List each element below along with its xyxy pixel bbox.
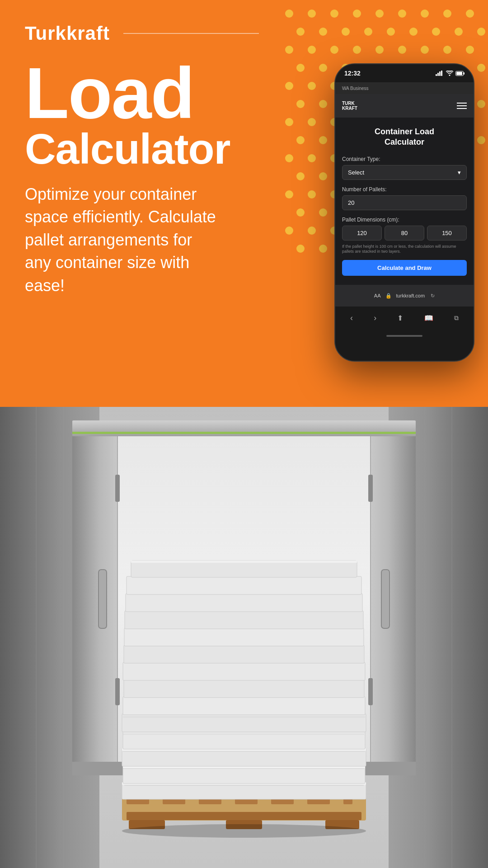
svg-rect-167 <box>127 576 361 594</box>
lock-icon: 🔒 <box>385 293 392 299</box>
top-section: // Generate dots Turkkraft Load Calculat… <box>0 0 488 407</box>
phone-home-indicator <box>335 329 474 343</box>
refresh-icon[interactable]: ↻ <box>431 293 435 299</box>
pallets-input[interactable]: 20 <box>342 195 467 210</box>
status-time: 12:32 <box>344 70 361 77</box>
svg-point-81 <box>319 172 327 180</box>
svg-rect-137 <box>99 570 107 628</box>
url-display[interactable]: turkkraft.com <box>396 293 425 298</box>
form-title-text: Container Load Calculator <box>375 127 434 146</box>
container-type-label: Container Type: <box>342 156 467 162</box>
svg-point-53 <box>477 100 485 108</box>
svg-point-35 <box>477 64 485 72</box>
share-icon[interactable]: ⬆ <box>397 314 403 322</box>
svg-rect-109 <box>436 74 437 76</box>
svg-point-8 <box>466 9 474 18</box>
svg-point-36 <box>285 82 293 90</box>
tabs-icon[interactable]: ⧉ <box>454 314 459 322</box>
pallets-label: Number of Pallets: <box>342 186 467 193</box>
brand-name: Turkkraft <box>25 23 110 44</box>
svg-point-73 <box>308 154 316 162</box>
svg-point-26 <box>466 46 474 54</box>
phone-notif-bar: WA Business <box>335 82 474 94</box>
brand-header: Turkkraft <box>25 23 259 44</box>
svg-rect-163 <box>124 645 364 663</box>
svg-point-12 <box>364 28 372 36</box>
phone-nav-bar: ‹ › ⬆ 📖 ⧉ <box>335 307 474 329</box>
svg-point-64 <box>319 136 327 144</box>
forward-arrow-icon[interactable]: › <box>374 313 376 323</box>
svg-point-63 <box>296 136 305 144</box>
svg-point-3 <box>353 9 361 18</box>
svg-point-17 <box>477 28 485 36</box>
svg-point-0 <box>285 9 293 18</box>
svg-point-13 <box>387 28 395 36</box>
select-chevron-icon: ▾ <box>458 169 461 176</box>
battery-icon <box>455 71 465 76</box>
svg-point-55 <box>308 118 316 126</box>
dimensions-label: Pallet Dimensions (cm): <box>342 217 467 223</box>
svg-point-28 <box>319 64 327 72</box>
hamburger-menu-icon[interactable] <box>457 103 467 109</box>
phone-mockup: 12:32 <box>334 63 474 362</box>
svg-rect-164 <box>124 628 364 646</box>
calculate-draw-button[interactable]: Calculate and Draw <box>342 260 467 276</box>
hero-title-load: Load <box>25 59 219 127</box>
svg-point-22 <box>375 46 384 54</box>
dimension-length-input[interactable]: 120 <box>342 226 382 241</box>
svg-rect-136 <box>368 678 373 705</box>
svg-point-23 <box>398 46 406 54</box>
svg-point-2 <box>330 9 338 18</box>
svg-point-89 <box>308 190 316 198</box>
phone-app-content: Container Load Calculator Container Type… <box>335 118 474 285</box>
svg-point-54 <box>285 118 293 126</box>
svg-rect-159 <box>122 714 366 732</box>
dimension-height-input[interactable]: 150 <box>427 226 467 241</box>
svg-point-4 <box>375 9 384 18</box>
hero-title-calculator: Calculator <box>25 127 219 170</box>
svg-rect-169 <box>131 561 357 563</box>
svg-rect-162 <box>123 662 365 680</box>
dimension-width-input[interactable]: 80 <box>385 226 424 241</box>
hero-description: Optimize your container space efficientl… <box>25 183 219 297</box>
svg-point-24 <box>421 46 429 54</box>
menu-line-3 <box>457 108 467 109</box>
back-arrow-icon[interactable]: ‹ <box>350 313 353 323</box>
phone-status-bar: 12:32 <box>335 64 474 82</box>
svg-point-5 <box>398 9 406 18</box>
svg-rect-138 <box>381 570 389 628</box>
svg-point-174 <box>122 824 366 838</box>
home-indicator-bar <box>386 335 422 337</box>
svg-rect-160 <box>123 697 365 715</box>
svg-rect-115 <box>456 72 462 75</box>
svg-point-96 <box>319 208 327 217</box>
svg-point-27 <box>296 64 305 72</box>
signal-icon <box>436 71 444 76</box>
svg-point-72 <box>285 154 293 162</box>
container-type-select[interactable]: Select ▾ <box>342 165 467 180</box>
svg-rect-166 <box>126 594 362 612</box>
svg-point-7 <box>443 9 451 18</box>
svg-point-11 <box>342 28 350 36</box>
svg-rect-135 <box>368 475 373 502</box>
svg-point-71 <box>477 136 485 144</box>
svg-point-21 <box>353 46 361 54</box>
calculator-form: Container Load Calculator Container Type… <box>342 127 467 278</box>
status-icons <box>436 71 465 76</box>
brand-line-decoration <box>123 33 259 34</box>
svg-rect-110 <box>437 73 439 76</box>
svg-rect-127 <box>72 436 117 762</box>
svg-point-95 <box>296 208 305 217</box>
svg-point-6 <box>421 9 429 18</box>
phone-address-bar[interactable]: AA 🔒 turkkraft.com ↻ <box>335 285 474 307</box>
svg-rect-128 <box>371 436 416 762</box>
menu-line-1 <box>457 103 467 104</box>
svg-point-20 <box>330 46 338 54</box>
svg-point-1 <box>308 9 316 18</box>
svg-point-101 <box>285 226 293 235</box>
bookmarks-icon[interactable]: 📖 <box>424 314 433 322</box>
warehouse-illustration <box>0 407 488 868</box>
svg-point-107 <box>319 245 327 253</box>
svg-point-45 <box>296 100 305 108</box>
svg-point-106 <box>296 245 305 253</box>
